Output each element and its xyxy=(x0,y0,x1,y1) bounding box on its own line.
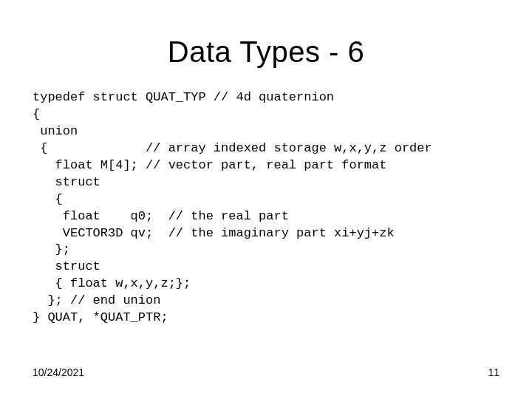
slide-title: Data Types - 6 xyxy=(0,0,532,89)
footer-page-number: 11 xyxy=(488,366,499,378)
footer-date: 10/24/2021 xyxy=(33,366,84,378)
code-block: typedef struct QUAT_TYP // 4d quaternion… xyxy=(0,89,532,327)
slide: Data Types - 6 typedef struct QUAT_TYP /… xyxy=(0,0,532,399)
